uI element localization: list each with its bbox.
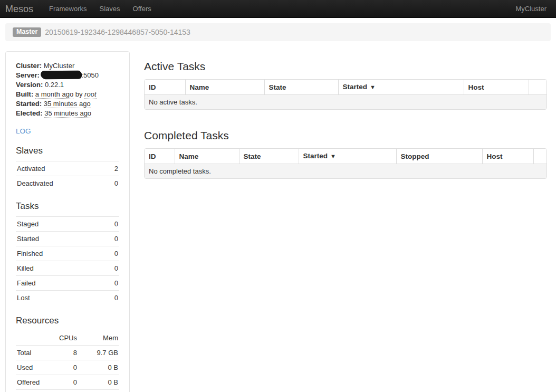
sidebar-panel: Cluster: MyCluster Server: :5050 Version…: [5, 51, 130, 392]
col-header-started-label: Started: [343, 83, 368, 91]
resources-heading: Resources: [16, 315, 119, 326]
info-version: Version: 0.22.1: [16, 80, 119, 90]
cluster-label: Cluster:: [16, 62, 42, 70]
version-value: 0.22.1: [45, 81, 64, 89]
stat-value: 0: [114, 235, 118, 243]
stat-row-killed: Killed 0: [16, 261, 119, 275]
built-label: Built:: [16, 90, 33, 98]
server-port: :5050: [81, 71, 99, 79]
empty-state-row: No active tasks.: [145, 95, 547, 110]
col-header-name[interactable]: Name: [175, 149, 239, 164]
resources-table: CPUs Mem Total 8 9.7 GB Used 0 0 B Offer…: [16, 331, 119, 392]
stat-value: 0: [114, 264, 118, 272]
res-mem: 0 B: [78, 360, 119, 375]
stat-label: Finished: [17, 250, 43, 257]
col-header-blank: [533, 149, 547, 164]
stat-label: Failed: [17, 279, 35, 287]
version-label: Version:: [16, 81, 43, 89]
res-col-mem: Mem: [78, 331, 119, 346]
stat-value: 0: [114, 250, 118, 257]
log-link[interactable]: LOG: [16, 127, 31, 135]
started-label: Started:: [16, 100, 42, 108]
brand-mesos[interactable]: Mesos: [0, 0, 43, 18]
no-completed-tasks-message: No completed tasks.: [145, 164, 547, 179]
res-label: Used: [16, 360, 47, 375]
active-tasks-table: ID Name State Started▼ Host No active ta…: [144, 79, 547, 110]
stat-row-finished: Finished 0: [16, 246, 119, 261]
col-header-id[interactable]: ID: [145, 149, 175, 164]
res-label: Idle: [16, 390, 47, 392]
res-mem: 9.7 GB: [78, 390, 119, 392]
res-cpus: 8: [47, 390, 78, 392]
empty-state-row: No completed tasks.: [145, 164, 547, 179]
col-header-state[interactable]: State: [264, 80, 338, 95]
info-started: Started: 35 minutes ago: [16, 99, 119, 109]
built-by: by: [75, 90, 83, 98]
col-header-state[interactable]: State: [239, 149, 299, 164]
nav-link-offers[interactable]: Offers: [127, 0, 158, 18]
res-row-idle: Idle 8 9.7 GB: [16, 390, 119, 392]
col-header-host[interactable]: Host: [482, 149, 533, 164]
col-header-host[interactable]: Host: [464, 80, 529, 95]
elected-label: Elected:: [16, 109, 43, 117]
info-cluster: Cluster: MyCluster: [16, 61, 119, 71]
server-label: Server:: [16, 71, 40, 79]
stat-value: 0: [114, 220, 118, 228]
res-cpus: 8: [47, 346, 78, 360]
stat-label: Lost: [17, 294, 30, 302]
sort-desc-icon: ▼: [330, 153, 336, 159]
stat-row-started: Started 0: [16, 231, 119, 246]
nav-link-frameworks[interactable]: Frameworks: [43, 0, 93, 18]
stat-label: Started: [17, 235, 39, 243]
res-row-offered: Offered 0 0 B: [16, 375, 119, 390]
stat-label: Killed: [17, 264, 34, 272]
stat-label: Deactivated: [17, 179, 53, 187]
col-header-started[interactable]: Started▼: [338, 80, 464, 95]
stat-value: 2: [114, 165, 118, 173]
stat-row-activated: Activated 2: [16, 161, 119, 176]
stat-value: 0: [114, 179, 118, 187]
redacted-server-address: [41, 71, 81, 79]
main-content: Active Tasks ID Name State Started▼ Host: [144, 51, 547, 179]
elected-value: 35 minutes ago: [44, 109, 91, 118]
completed-tasks-title: Completed Tasks: [144, 129, 547, 142]
res-row-used: Used 0 0 B: [16, 360, 119, 375]
info-server: Server: :5050: [16, 71, 119, 80]
active-tasks-title: Active Tasks: [144, 60, 547, 73]
no-active-tasks-message: No active tasks.: [145, 95, 547, 110]
res-col-blank: [16, 331, 47, 346]
sort-desc-icon: ▼: [370, 84, 376, 90]
col-header-stopped[interactable]: Stopped: [396, 149, 482, 164]
slaves-heading: Slaves: [16, 146, 119, 156]
master-badge: Master: [13, 27, 41, 37]
stat-value: 0: [114, 294, 118, 302]
res-label: Total: [16, 346, 47, 360]
top-navbar: Mesos Frameworks Slaves Offers MyCluster: [0, 0, 556, 18]
res-mem: 0 B: [78, 375, 119, 390]
stat-label: Activated: [17, 165, 45, 173]
col-header-name[interactable]: Name: [185, 80, 264, 95]
tasks-heading: Tasks: [16, 201, 119, 212]
col-header-blank: [529, 80, 547, 95]
info-built: Built: a month ago by root: [16, 90, 119, 99]
stat-row-staged: Staged 0: [16, 216, 119, 231]
master-id: 20150619-192346-1298446857-5050-14153: [45, 28, 190, 36]
breadcrumb: Master 20150619-192346-1298446857-5050-1…: [5, 23, 551, 41]
started-value: 35 minutes ago: [44, 100, 91, 108]
stat-label: Staged: [17, 220, 39, 228]
nav-links: Frameworks Slaves Offers: [43, 0, 158, 18]
built-time: a month ago: [35, 90, 73, 99]
stat-row-deactivated: Deactivated 0: [16, 176, 119, 190]
col-header-id[interactable]: ID: [145, 80, 185, 95]
stat-row-failed: Failed 0: [16, 275, 119, 290]
res-mem: 9.7 GB: [78, 346, 119, 360]
stat-row-lost: Lost 0: [16, 290, 119, 305]
info-elected: Elected: 35 minutes ago: [16, 109, 119, 118]
cluster-name-text: MyCluster: [515, 5, 556, 13]
col-header-started[interactable]: Started▼: [299, 149, 396, 164]
res-row-total: Total 8 9.7 GB: [16, 346, 119, 360]
stat-value: 0: [114, 279, 118, 287]
res-label: Offered: [16, 375, 47, 390]
nav-link-slaves[interactable]: Slaves: [93, 0, 127, 18]
cluster-value: MyCluster: [44, 62, 75, 70]
